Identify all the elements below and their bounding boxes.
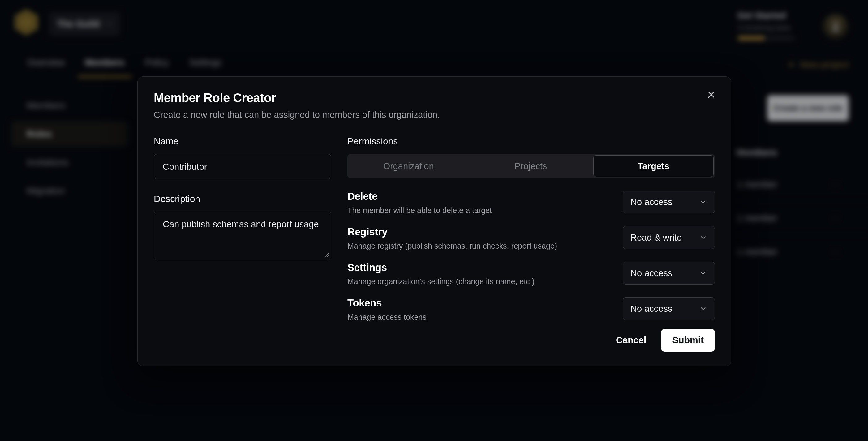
selected-value: No access <box>630 197 672 207</box>
permission-description: Manage access tokens <box>347 313 427 322</box>
permission-title: Settings <box>347 262 534 273</box>
resize-handle-icon[interactable] <box>324 252 330 258</box>
chevron-down-icon <box>699 269 707 277</box>
permission-title: Registry <box>347 226 557 238</box>
modal-subtitle: Create a new role that can be assigned t… <box>154 110 715 120</box>
tab-projects[interactable]: Projects <box>471 155 591 177</box>
permission-row-settings: Settings Manage organization's settings … <box>347 262 715 286</box>
permission-title: Tokens <box>347 297 427 309</box>
tokens-access-select[interactable]: No access <box>623 297 715 320</box>
tab-targets[interactable]: Targets <box>593 155 714 177</box>
selected-value: No access <box>630 268 672 278</box>
tab-organization[interactable]: Organization <box>349 155 468 177</box>
submit-button[interactable]: Submit <box>661 329 715 352</box>
permission-description: Manage registry (publish schemas, run ch… <box>347 242 557 251</box>
delete-access-select[interactable]: No access <box>623 190 715 213</box>
permission-row-registry: Registry Manage registry (publish schema… <box>347 226 715 251</box>
permission-title: Delete <box>347 190 492 202</box>
name-label: Name <box>154 136 331 147</box>
app-screen: The Guild Get Started 3 remaining tasks … <box>0 0 868 441</box>
permission-row-delete: Delete The member will be able to delete… <box>347 190 715 215</box>
permission-row-tokens: Tokens Manage access tokens No access <box>347 297 715 322</box>
description-label: Description <box>154 194 331 204</box>
chevron-down-icon <box>699 233 707 242</box>
permission-description: Manage organization's settings (change i… <box>347 277 534 286</box>
role-description-textarea[interactable]: Can publish schemas and report usage <box>154 212 331 260</box>
settings-access-select[interactable]: No access <box>623 262 715 285</box>
selected-value: No access <box>630 304 672 314</box>
cancel-button[interactable]: Cancel <box>606 329 656 352</box>
permissions-scope-tabs: Organization Projects Targets <box>347 154 715 178</box>
permission-description: The member will be able to delete a targ… <box>347 206 492 215</box>
chevron-down-icon <box>699 198 707 206</box>
registry-access-select[interactable]: Read & write <box>623 226 715 249</box>
role-name-input[interactable] <box>154 154 331 179</box>
chevron-down-icon <box>699 305 707 313</box>
member-role-creator-modal: Member Role Creator Create a new role th… <box>137 76 731 366</box>
selected-value: Read & write <box>630 232 682 243</box>
modal-title: Member Role Creator <box>154 91 715 105</box>
permissions-label: Permissions <box>347 136 715 147</box>
close-icon[interactable] <box>704 88 718 101</box>
